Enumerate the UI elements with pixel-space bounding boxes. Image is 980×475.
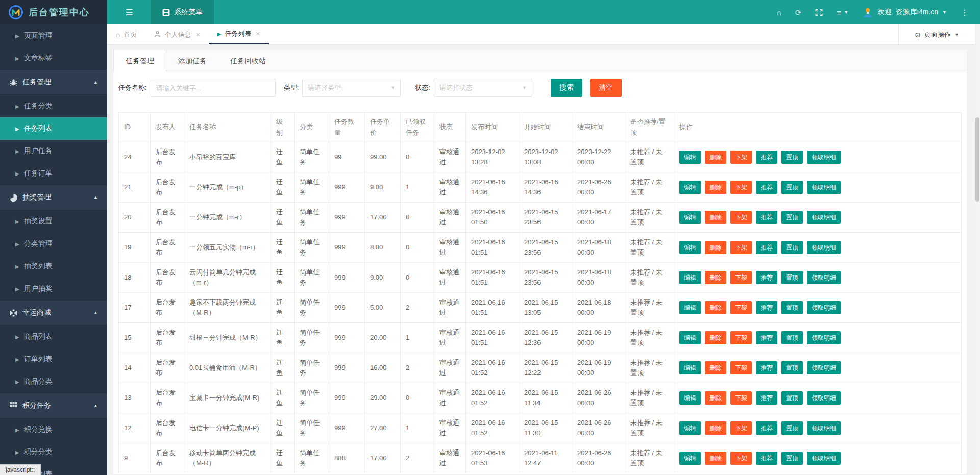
- action-button-置顶[interactable]: 置顶: [781, 331, 803, 345]
- scrollbar-thumb[interactable]: [975, 117, 979, 202]
- action-button-下架[interactable]: 下架: [730, 271, 752, 285]
- action-button-领取明细[interactable]: 领取明细: [807, 331, 841, 345]
- action-button-删除[interactable]: 删除: [705, 181, 726, 194]
- action-button-置顶[interactable]: 置顶: [781, 241, 803, 255]
- action-button-推荐[interactable]: 推荐: [756, 151, 777, 164]
- sidebar-item-task-orders[interactable]: ▶任务订单: [0, 162, 107, 185]
- breadcrumb-tab-task-list[interactable]: ▶任务列表×: [209, 24, 269, 44]
- sidebar-item-article-tags[interactable]: ▶文章标签: [0, 47, 107, 69]
- task-name-input[interactable]: [151, 79, 276, 97]
- action-button-编辑[interactable]: 编辑: [679, 211, 701, 224]
- sidebar-item-task-manage[interactable]: 任务管理▲: [0, 69, 107, 95]
- action-button-下架[interactable]: 下架: [730, 151, 752, 164]
- close-icon[interactable]: ×: [256, 30, 260, 38]
- action-button-置顶[interactable]: 置顶: [781, 271, 803, 285]
- action-button-编辑[interactable]: 编辑: [679, 241, 701, 255]
- action-button-推荐[interactable]: 推荐: [756, 421, 777, 435]
- sidebar-item-lucky-mall[interactable]: 幸运商城▲: [0, 300, 107, 326]
- action-button-推荐[interactable]: 推荐: [756, 211, 777, 224]
- breadcrumb-tab-profile[interactable]: 个人信息×: [145, 24, 208, 44]
- action-button-置顶[interactable]: 置顶: [781, 421, 803, 435]
- action-button-领取明细[interactable]: 领取明细: [807, 211, 841, 224]
- action-button-删除[interactable]: 删除: [705, 331, 726, 345]
- sidebar-item-order-list[interactable]: ▶订单列表: [0, 348, 107, 370]
- sidebar-item-task-category[interactable]: ▶任务分类: [0, 95, 107, 117]
- task-manage-tab[interactable]: 任务管理: [113, 50, 166, 72]
- sidebar-item-user-tasks[interactable]: ▶用户任务: [0, 140, 107, 162]
- action-button-编辑[interactable]: 编辑: [679, 452, 701, 465]
- action-button-删除[interactable]: 删除: [705, 301, 726, 315]
- refresh-icon[interactable]: ⟳: [795, 9, 802, 16]
- action-button-删除[interactable]: 删除: [705, 151, 726, 164]
- action-button-下架[interactable]: 下架: [730, 421, 752, 435]
- action-button-领取明细[interactable]: 领取明细: [807, 151, 841, 164]
- sidebar-item-points-category[interactable]: ▶积分分类: [0, 441, 107, 463]
- action-button-推荐[interactable]: 推荐: [756, 452, 777, 465]
- breadcrumb-tab-home[interactable]: ⌂首页: [107, 24, 145, 44]
- sidebar-item-goods-category[interactable]: ▶商品分类: [0, 370, 107, 393]
- action-button-删除[interactable]: 删除: [705, 271, 726, 285]
- page-action-button[interactable]: ⊙ 页面操作 ▼: [898, 24, 975, 44]
- action-button-推荐[interactable]: 推荐: [756, 391, 777, 405]
- action-button-领取明细[interactable]: 领取明细: [807, 181, 841, 194]
- nav-list-menu[interactable]: ≡ ▼: [837, 9, 848, 16]
- action-button-下架[interactable]: 下架: [730, 241, 752, 255]
- status-select[interactable]: 请选择状态 ▼: [434, 79, 532, 97]
- action-button-推荐[interactable]: 推荐: [756, 331, 777, 345]
- sidebar-item-points-exchange[interactable]: ▶积分兑换: [0, 418, 107, 441]
- more-options-icon[interactable]: ⋮: [961, 8, 969, 17]
- action-button-删除[interactable]: 删除: [705, 421, 726, 435]
- action-button-下架[interactable]: 下架: [730, 211, 752, 224]
- action-button-领取明细[interactable]: 领取明细: [807, 421, 841, 435]
- action-button-删除[interactable]: 删除: [705, 391, 726, 405]
- action-button-下架[interactable]: 下架: [730, 361, 752, 375]
- sidebar-item-category-manage[interactable]: ▶分类管理: [0, 233, 107, 255]
- close-icon[interactable]: ×: [195, 31, 200, 39]
- search-button[interactable]: 搜索: [551, 79, 582, 97]
- action-button-置顶[interactable]: 置顶: [781, 361, 803, 375]
- action-button-推荐[interactable]: 推荐: [756, 271, 777, 285]
- action-button-下架[interactable]: 下架: [730, 301, 752, 315]
- action-button-置顶[interactable]: 置顶: [781, 391, 803, 405]
- action-button-删除[interactable]: 删除: [705, 211, 726, 224]
- sidebar-item-user-lottery[interactable]: ▶用户抽奖: [0, 278, 107, 300]
- action-button-删除[interactable]: 删除: [705, 452, 726, 465]
- action-button-置顶[interactable]: 置顶: [781, 211, 803, 224]
- action-button-推荐[interactable]: 推荐: [756, 241, 777, 255]
- task-recycle-tab[interactable]: 任务回收站: [218, 50, 278, 71]
- action-button-编辑[interactable]: 编辑: [679, 181, 701, 194]
- action-button-下架[interactable]: 下架: [730, 452, 752, 465]
- action-button-编辑[interactable]: 编辑: [679, 391, 701, 405]
- action-button-领取明细[interactable]: 领取明细: [807, 301, 841, 315]
- sidebar-item-page-manage[interactable]: ▶页面管理: [0, 24, 107, 47]
- page-scrollbar[interactable]: [975, 24, 980, 475]
- action-button-置顶[interactable]: 置顶: [781, 151, 803, 164]
- sidebar-item-lottery-settings[interactable]: ▶抽奖设置: [0, 210, 107, 233]
- action-button-删除[interactable]: 删除: [705, 241, 726, 255]
- add-task-tab[interactable]: 添加任务: [166, 50, 218, 71]
- action-button-编辑[interactable]: 编辑: [679, 271, 701, 285]
- sidebar-collapse-icon[interactable]: ☰: [107, 0, 151, 24]
- action-button-编辑[interactable]: 编辑: [679, 151, 701, 164]
- home-icon[interactable]: ⌂: [777, 9, 781, 16]
- action-button-领取明细[interactable]: 领取明细: [807, 452, 841, 465]
- action-button-下架[interactable]: 下架: [730, 391, 752, 405]
- action-button-编辑[interactable]: 编辑: [679, 331, 701, 345]
- action-button-领取明细[interactable]: 领取明细: [807, 361, 841, 375]
- type-select[interactable]: 请选择类型 ▼: [302, 79, 401, 97]
- action-button-领取明细[interactable]: 领取明细: [807, 391, 841, 405]
- sidebar-item-goods-list[interactable]: ▶商品列表: [0, 326, 107, 348]
- action-button-编辑[interactable]: 编辑: [679, 421, 701, 435]
- sidebar-item-task-list[interactable]: ▶任务列表: [0, 117, 107, 140]
- user-menu[interactable]: 欢迎, 资源库i4m.cn ▼: [862, 7, 947, 18]
- action-button-下架[interactable]: 下架: [730, 331, 752, 345]
- action-button-领取明细[interactable]: 领取明细: [807, 241, 841, 255]
- action-button-推荐[interactable]: 推荐: [756, 301, 777, 315]
- action-button-下架[interactable]: 下架: [730, 181, 752, 194]
- action-button-编辑[interactable]: 编辑: [679, 301, 701, 315]
- action-button-领取明细[interactable]: 领取明细: [807, 271, 841, 285]
- sidebar-item-lottery-list[interactable]: ▶抽奖列表: [0, 255, 107, 278]
- sidebar-item-points-task[interactable]: 积分任务▲: [0, 393, 107, 418]
- action-button-置顶[interactable]: 置顶: [781, 181, 803, 194]
- action-button-置顶[interactable]: 置顶: [781, 452, 803, 465]
